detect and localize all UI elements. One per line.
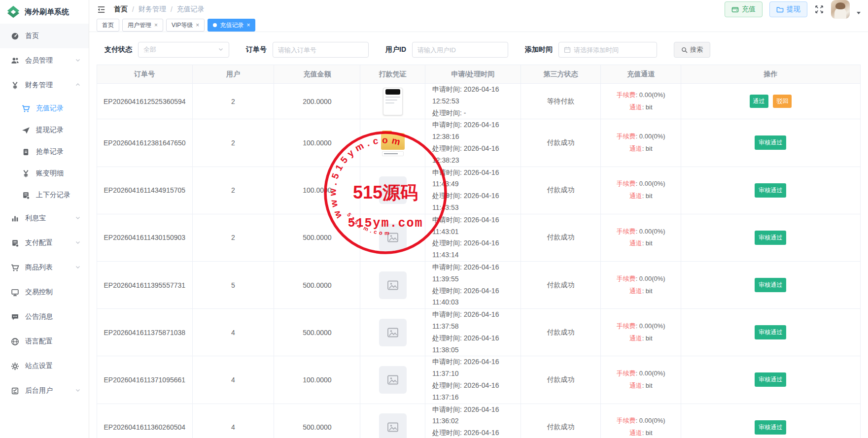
amount: 100.0000 (303, 186, 331, 194)
channel-label: 通道 (629, 335, 642, 342)
fullscreen-icon[interactable] (814, 4, 824, 14)
order-no-input[interactable] (278, 46, 363, 54)
sidebar-item-label: 支付配置 (25, 238, 69, 247)
channel-label: 通道 (629, 429, 642, 437)
table-row: EP2026041612525360594 2 200.0000 申请时间: 2… (97, 84, 861, 119)
process-time: 处理时间: 2026-04-16 11:38:05 (432, 333, 521, 356)
breadcrumb-finance[interactable]: 财务管理 (139, 5, 166, 14)
close-icon[interactable]: × (196, 22, 199, 28)
tab-vip-level[interactable]: VIP等级 × (166, 19, 205, 32)
add-time-picker[interactable] (558, 42, 657, 58)
message-icon (11, 313, 19, 321)
user-id-input[interactable] (417, 46, 503, 54)
sidebar-item-order-records[interactable]: 抢单记录 (0, 141, 89, 163)
amount: 500.0000 (303, 234, 331, 241)
topbar-actions: 充值 提现 (725, 0, 861, 19)
channel-label: 通道 (629, 287, 642, 295)
globe-icon (11, 337, 19, 346)
sidebar-item-members[interactable]: 会员管理 (0, 48, 89, 73)
avatar[interactable] (831, 0, 850, 19)
process-time: 处理时间: 2026-04-16 12:38:23 (432, 143, 521, 167)
user-id: 2 (231, 186, 235, 194)
sidebar: 海外刷单系统 首页 会员管理 财务管理 充值记录 提现记录 抢单记录 (0, 0, 89, 438)
sidebar-item-label: 公告消息 (25, 312, 81, 321)
table-row: EP2026041611375871038 4 500.0000 申请时间: 2… (97, 309, 861, 356)
recharge-button[interactable]: 充值 (725, 1, 763, 17)
sidebar-item-admin-users[interactable]: 后台用户 (0, 378, 89, 403)
add-time-input[interactable] (574, 46, 652, 54)
search-button[interactable]: 搜索 (674, 42, 710, 58)
fee-label: 手续费 (617, 417, 636, 424)
sidebar-item-withdraw-records[interactable]: 提现记录 (0, 119, 89, 141)
sidebar-item-interest[interactable]: 利息宝 (0, 206, 89, 231)
fee-value: : 0.00(0%) (636, 228, 665, 235)
sidebar-item-label: 后台用户 (25, 386, 69, 395)
sidebar-item-account-changes[interactable]: 账变明细 (0, 163, 89, 184)
content-card: 支付状态 全部 订单号 用户ID 添加时间 (89, 32, 868, 438)
sidebar-item-payment-config[interactable]: 支付配置 (0, 231, 89, 255)
breadcrumb-home[interactable]: 首页 (114, 5, 128, 14)
table-row: EP2026041611360260504 4 500.0000 申请时间: 2… (97, 404, 861, 438)
sidebar-item-language-config[interactable]: 语言配置 (0, 329, 89, 354)
process-time: 处理时间: - (432, 107, 521, 119)
close-icon[interactable]: × (154, 22, 158, 28)
tab-home[interactable]: 首页 (97, 19, 119, 32)
sidebar-item-trade-control[interactable]: 交易控制 (0, 280, 89, 304)
channel-label: 通道 (629, 192, 642, 200)
fee-label: 手续费 (617, 370, 636, 377)
sidebar-item-score-records[interactable]: 上下分记录 (0, 184, 89, 206)
tab-user-management[interactable]: 用户管理 × (122, 19, 163, 32)
table-row: EP2026041611371095661 4 100.0000 申请时间: 2… (97, 356, 861, 404)
sidebar-item-recharge-records[interactable]: 充值记录 (0, 98, 89, 119)
reject-button[interactable]: 驳回 (773, 95, 792, 108)
sidebar-item-finance[interactable]: 财务管理 (0, 73, 89, 98)
users-icon (11, 57, 19, 65)
pay-status-select[interactable]: 全部 (138, 42, 229, 58)
payment-proof-placeholder[interactable] (379, 176, 407, 204)
chevron-down-icon (75, 387, 81, 395)
sidebar-item-label: 站点设置 (25, 362, 81, 371)
sidebar-item-product-list[interactable]: 商品列表 (0, 255, 89, 280)
col-user: 用户 (192, 65, 274, 84)
user-id: 4 (231, 423, 235, 431)
breadcrumb-separator: / (171, 5, 173, 13)
user-id: 2 (231, 234, 235, 241)
bar-chart-icon (11, 214, 19, 223)
payment-proof-placeholder[interactable] (379, 224, 407, 251)
close-icon[interactable]: × (246, 22, 250, 28)
payment-proof-thumbnail[interactable] (381, 130, 405, 156)
user-id: 2 (231, 139, 235, 147)
sidebar-item-home[interactable]: 首页 (0, 24, 89, 48)
sidebar-item-site-settings[interactable]: 站点设置 (0, 354, 89, 378)
withdraw-button[interactable]: 提现 (769, 1, 807, 17)
amount: 500.0000 (303, 329, 331, 337)
dashboard-icon (11, 32, 19, 40)
chevron-down-icon (75, 239, 81, 247)
payment-proof-placeholder[interactable] (379, 366, 407, 394)
app-title: 海外刷单系统 (25, 7, 69, 17)
channel-label: 通道 (629, 382, 642, 389)
topbar: 首页 / 财务管理 / 充值记录 充值 提现 (89, 0, 868, 19)
payment-proof-placeholder[interactable] (379, 413, 407, 438)
tab-recharge-records[interactable]: 充值记录 × (208, 19, 255, 32)
ledger-icon (11, 239, 19, 247)
third-party-status: 付款成功 (547, 186, 574, 194)
payment-proof-placeholder[interactable] (379, 319, 407, 346)
sidebar-item-label: 账变明细 (36, 169, 81, 178)
user-id: 4 (231, 376, 235, 384)
fee-label: 手续费 (617, 91, 636, 99)
approve-button[interactable]: 通过 (750, 95, 768, 108)
menu-fold-icon[interactable] (97, 5, 106, 14)
payment-proof-thumbnail[interactable] (383, 88, 403, 115)
payment-proof-placeholder[interactable] (379, 271, 407, 299)
sidebar-item-announcements[interactable]: 公告消息 (0, 304, 89, 329)
caret-down-icon[interactable] (857, 12, 861, 14)
sidebar-item-label: 会员管理 (25, 56, 69, 65)
channel-value: : bit (642, 429, 653, 437)
channel-label: 通道 (629, 239, 642, 247)
main-area: 首页 / 财务管理 / 充值记录 充值 提现 (89, 0, 868, 438)
apply-time: 申请时间: 2026-04-16 12:38:16 (432, 119, 521, 143)
order-no: EP2026041611360260504 (104, 423, 186, 431)
fee-label: 手续费 (617, 322, 636, 330)
filter-bar: 支付状态 全部 订单号 用户ID 添加时间 (97, 42, 861, 58)
